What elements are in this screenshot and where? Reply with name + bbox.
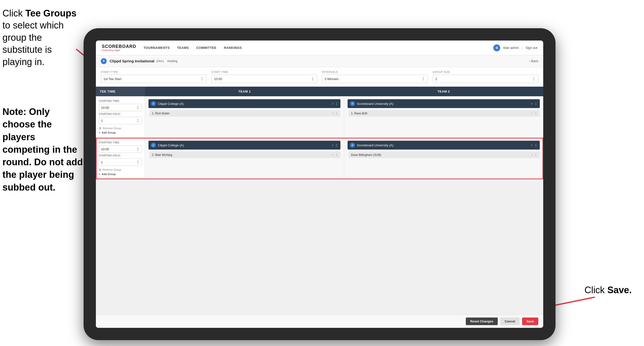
hole-stepper-2[interactable]: ▲ ▼: [136, 160, 140, 164]
stepper-down[interactable]: ▼: [534, 155, 537, 157]
stepper-up[interactable]: ▲: [311, 77, 314, 79]
player-remove-icon-2[interactable]: ×: [332, 153, 334, 157]
team2-card-1[interactable]: S Scoreboard University (A) × ▲ ▼: [348, 99, 540, 108]
stepper-up[interactable]: ▲: [534, 153, 537, 155]
stepper-up[interactable]: ▲: [200, 77, 204, 79]
player-stepper-1[interactable]: ▲ ▼: [335, 111, 338, 115]
group-size-stepper[interactable]: ▲ ▼: [532, 77, 536, 81]
time-stepper-2[interactable]: ▲ ▼: [136, 147, 140, 151]
stepper-down[interactable]: ▼: [534, 145, 537, 147]
stepper-down[interactable]: ▼: [335, 145, 338, 147]
team2-stepper-2[interactable]: ▲ ▼: [534, 143, 537, 147]
team1-remove-icon-2[interactable]: ×: [332, 143, 334, 147]
team1-card-1[interactable]: C Clippd College (A) × ▲ ▼: [148, 99, 340, 108]
stepper-down[interactable]: ▼: [335, 104, 338, 106]
nav-committee[interactable]: COMMITTEE: [196, 45, 216, 50]
add-group-button-1[interactable]: + Add Group: [99, 131, 142, 134]
team2-card-2[interactable]: S Scoreboard University (A) × ▲ ▼: [348, 141, 540, 150]
hole-stepper-1[interactable]: ▲ ▼: [136, 119, 140, 123]
stepper-down[interactable]: ▼: [335, 155, 338, 157]
player-stepper-2[interactable]: ▲ ▼: [335, 153, 338, 157]
stepper-up[interactable]: ▲: [534, 111, 537, 113]
stepper-up[interactable]: ▲: [422, 77, 425, 79]
team2-remove-icon-1[interactable]: ×: [531, 102, 533, 106]
player-name-t2-2: Dave Billingham (SUB): [351, 153, 529, 157]
stepper-down[interactable]: ▼: [311, 79, 314, 81]
stepper-down[interactable]: ▼: [335, 113, 338, 115]
player-t2-stepper-1[interactable]: ▲ ▼: [534, 111, 537, 115]
team1-card-controls-2: × ▲ ▼: [332, 143, 338, 147]
config-group-size-label: Group Size: [432, 70, 538, 73]
config-intervals-label: Intervals: [322, 70, 428, 73]
intervals-stepper[interactable]: ▲ ▼: [422, 77, 425, 81]
start-type-stepper[interactable]: ▲ ▼: [200, 77, 204, 81]
stepper-down[interactable]: ▼: [532, 79, 536, 81]
team1-stepper-2[interactable]: ▲ ▼: [335, 143, 338, 147]
remove-group-button-1[interactable]: 🗑 Remove Group: [99, 127, 142, 130]
team2-icon-1: S: [350, 101, 355, 106]
starting-hole-input-1[interactable]: 1 ▲ ▼: [99, 117, 142, 124]
team2-icon-2: S: [350, 143, 355, 148]
sub-header-back[interactable]: Back: [529, 59, 538, 63]
save-button[interactable]: Save: [522, 318, 538, 325]
add-group-button-2[interactable]: + Add Group: [99, 173, 142, 176]
team2-player-2[interactable]: Dave Billingham (SUB) × ▲ ▼: [348, 151, 540, 158]
stepper-up[interactable]: ▲: [335, 111, 338, 113]
config-intervals-input[interactable]: 5 Minutes ▲ ▼: [322, 75, 428, 83]
stepper-down[interactable]: ▼: [534, 104, 537, 106]
team2-remove-icon-2[interactable]: ×: [531, 143, 533, 147]
player-name-t2-1: 1. Rees Britt: [351, 112, 529, 115]
team1-remove-icon-1[interactable]: ×: [332, 102, 334, 106]
config-start-type-input[interactable]: 1st Tee Start ▲ ▼: [101, 75, 206, 83]
stepper-up[interactable]: ▲: [136, 119, 140, 121]
stepper-up[interactable]: ▲: [335, 102, 338, 104]
stepper-up[interactable]: ▲: [136, 106, 140, 108]
stepper-up[interactable]: ▲: [136, 147, 140, 149]
stepper-up[interactable]: ▲: [335, 153, 338, 155]
stepper-up[interactable]: ▲: [534, 102, 537, 104]
nav-rankings[interactable]: RANKINGS: [224, 45, 242, 50]
th-team1: Team 1: [145, 87, 344, 96]
team2-stepper-1[interactable]: ▲ ▼: [534, 102, 537, 106]
tablet-screen: SCOREBOARD Powered by clippd TOURNAMENTS…: [96, 40, 543, 328]
stepper-down[interactable]: ▼: [422, 79, 425, 81]
nav-tournaments[interactable]: TOURNAMENTS: [144, 45, 170, 50]
stepper-down[interactable]: ▼: [136, 149, 140, 151]
starting-time-input-1[interactable]: 10:00 ▲ ▼: [99, 104, 142, 111]
stepper-down[interactable]: ▼: [534, 113, 537, 115]
annotation-right: Click Save.: [584, 285, 632, 296]
config-start-time-input[interactable]: 10:00 ▲ ▼: [212, 75, 317, 83]
cancel-button[interactable]: Cancel: [500, 318, 520, 325]
team2-cell-2: S Scoreboard University (A) × ▲ ▼: [344, 138, 543, 179]
stepper-down[interactable]: ▼: [136, 162, 140, 164]
config-group-size-input[interactable]: 2 ▲ ▼: [432, 75, 538, 83]
team1-player-1[interactable]: 1. Rich Butler × ▲ ▼: [150, 110, 340, 117]
team1-stepper-1[interactable]: ▲ ▼: [335, 102, 338, 106]
stepper-down[interactable]: ▼: [136, 108, 140, 110]
main-content: Start Type 1st Tee Start ▲ ▼ Start Time …: [96, 67, 543, 328]
stepper-up[interactable]: ▲: [532, 77, 536, 79]
stepper-down[interactable]: ▼: [200, 79, 204, 81]
starting-time-input-2[interactable]: 10:05 ▲ ▼: [99, 145, 142, 153]
reset-changes-button[interactable]: Reset Changes: [466, 318, 498, 325]
team1-card-controls-1: × ▲ ▼: [332, 102, 338, 106]
sign-out-link[interactable]: Sign out: [526, 46, 537, 50]
stepper-up[interactable]: ▲: [534, 143, 537, 145]
team1-card-2[interactable]: C Clippd College (A) × ▲ ▼: [148, 141, 340, 150]
stepper-up[interactable]: ▲: [335, 143, 338, 145]
starting-hole-input-2[interactable]: 1 ▲ ▼: [99, 158, 142, 166]
time-stepper-1[interactable]: ▲ ▼: [136, 106, 140, 110]
player-t2-remove-2[interactable]: ×: [531, 153, 533, 157]
stepper-up[interactable]: ▲: [136, 160, 140, 162]
player-t2-remove-1[interactable]: ×: [531, 111, 533, 115]
player-remove-icon-1[interactable]: ×: [332, 111, 334, 115]
nav-teams[interactable]: TEAMS: [177, 45, 189, 50]
remove-group-button-2[interactable]: 🗑 Remove Group: [99, 168, 142, 171]
player-t2-stepper-2[interactable]: ▲ ▼: [534, 153, 537, 157]
start-time-stepper[interactable]: ▲ ▼: [311, 77, 314, 81]
footer-bar: Reset Changes Cancel Save: [96, 315, 543, 328]
team1-player-2[interactable]: 2. Blair McHarg × ▲ ▼: [150, 151, 340, 158]
team2-player-1[interactable]: 1. Rees Britt × ▲ ▼: [348, 110, 540, 117]
config-start-type-label: Start Type: [101, 70, 206, 73]
stepper-down[interactable]: ▼: [136, 121, 140, 123]
